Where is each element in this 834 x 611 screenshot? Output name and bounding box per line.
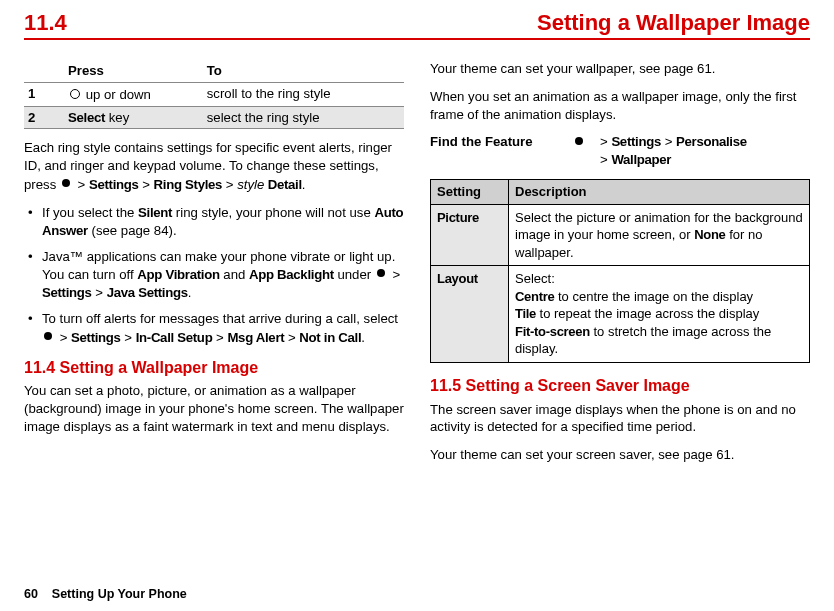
menu-app-vibration: App Vibration	[137, 267, 219, 282]
col-setting: Setting	[431, 180, 509, 205]
sep: >	[665, 134, 676, 149]
left-column: Press To 1 up or down scroll to the ring…	[24, 60, 404, 474]
paragraph: Your theme can set your screen saver, se…	[430, 446, 810, 464]
menu-not-in-call: Not in Call	[299, 330, 361, 345]
press-to-table: Press To 1 up or down scroll to the ring…	[24, 60, 404, 129]
row-num: 2	[28, 110, 35, 125]
nav-center-icon	[573, 135, 587, 149]
para-end: .	[302, 177, 306, 192]
style-word: style	[237, 177, 264, 192]
nav-center-icon	[42, 330, 56, 344]
text: and	[220, 267, 249, 282]
text: (see page 84).	[88, 223, 177, 238]
page: 11.4 Setting a Wallpaper Image Press To …	[0, 0, 834, 611]
section-number: 11.4	[24, 10, 67, 36]
menu-in-call-setup: In-Call Setup	[136, 330, 213, 345]
row-to: select the ring style	[203, 106, 404, 129]
paragraph: You can set a photo, picture, or animati…	[24, 382, 404, 435]
page-number: 60	[24, 587, 38, 601]
nav-center-icon	[60, 177, 74, 191]
sep: >	[139, 177, 154, 192]
ftf-icon-cell	[560, 133, 600, 152]
table-row: Layout Select: Centre to centre the imag…	[431, 266, 810, 363]
menu-wallpaper: Wallpaper	[611, 152, 671, 167]
menu-personalise: Personalise	[676, 134, 747, 149]
menu-tile: Tile	[515, 306, 536, 321]
col-blank	[24, 60, 64, 82]
subsection-title: 11.5 Setting a Screen Saver Image	[430, 375, 810, 397]
find-the-feature: Find the Feature > Settings > Personalis…	[430, 133, 810, 169]
sep: >	[389, 267, 400, 282]
subsection-title: 11.4 Setting a Wallpaper Image	[24, 357, 404, 379]
sep: >	[121, 330, 136, 345]
list-item: Java™ applications can make your phone v…	[24, 248, 404, 302]
list-item: If you select the Silent ring style, you…	[24, 204, 404, 240]
sep: >	[212, 330, 227, 345]
paragraph: Each ring style contains settings for sp…	[24, 139, 404, 193]
select-key-label: Select	[68, 110, 105, 125]
menu-none: None	[694, 227, 725, 242]
menu-settings: Settings	[89, 177, 139, 192]
nav-center-icon	[375, 267, 389, 281]
paragraph: Your theme can set your wallpaper, see p…	[430, 60, 810, 78]
desc-cell: Select: Centre to centre the image on th…	[509, 266, 810, 363]
text: to repeat the image across the display	[536, 306, 759, 321]
text: Select:	[515, 271, 555, 286]
table-row: 1 up or down scroll to the ring style	[24, 82, 404, 106]
setting-picture: Picture	[437, 210, 479, 225]
menu-settings: Settings	[71, 330, 121, 345]
menu-centre: Centre	[515, 289, 554, 304]
sep: >	[284, 330, 299, 345]
menu-detail: Detail	[264, 177, 301, 192]
paragraph: The screen saver image displays when the…	[430, 401, 810, 437]
desc-cell: Select the picture or animation for the …	[509, 204, 810, 266]
ftf-path: > Settings > Personalise > Wallpaper	[600, 133, 810, 169]
section-title: Setting a Wallpaper Image	[537, 10, 810, 36]
sep: >	[92, 285, 107, 300]
sep: >	[222, 177, 237, 192]
row-press-text: up or down	[86, 87, 151, 102]
col-press: Press	[64, 60, 203, 82]
menu-fit-to-screen: Fit-to-screen	[515, 324, 590, 339]
table-row: 2 Select key select the ring style	[24, 106, 404, 129]
text: under	[334, 267, 375, 282]
right-column: Your theme can set your wallpaper, see p…	[430, 60, 810, 474]
menu-app-backlight: App Backlight	[249, 267, 334, 282]
row-num: 1	[28, 86, 35, 101]
sep: >	[56, 330, 71, 345]
text: to centre the image on the display	[554, 289, 753, 304]
text: If you select the	[42, 205, 138, 220]
nav-updown-icon	[68, 87, 82, 101]
ftf-label: Find the Feature	[430, 133, 560, 151]
menu-settings: Settings	[42, 285, 92, 300]
col-description: Description	[509, 180, 810, 205]
menu-ring-styles: Ring Styles	[154, 177, 223, 192]
menu-silent: Silent	[138, 205, 172, 220]
row-to: scroll to the ring style	[203, 82, 404, 106]
col-to: To	[203, 60, 404, 82]
text: .	[361, 330, 365, 345]
row-press-suffix: key	[105, 110, 129, 125]
setting-layout: Layout	[437, 271, 478, 286]
sep: >	[600, 152, 611, 167]
paragraph: When you set an animation as a wallpaper…	[430, 88, 810, 124]
text: .	[188, 285, 192, 300]
sep: >	[74, 177, 89, 192]
menu-msg-alert: Msg Alert	[227, 330, 284, 345]
menu-settings: Settings	[611, 134, 661, 149]
row-press: Select key	[64, 106, 203, 129]
text: To turn off alerts for messages that arr…	[42, 311, 398, 326]
settings-table: Setting Description Picture Select the p…	[430, 179, 810, 363]
page-header: 11.4 Setting a Wallpaper Image	[24, 10, 810, 40]
text: ring style, your phone will not use	[172, 205, 374, 220]
table-row: Picture Select the picture or animation …	[431, 204, 810, 266]
menu-java-settings: Java Settings	[107, 285, 188, 300]
list-item: To turn off alerts for messages that arr…	[24, 310, 404, 347]
columns: Press To 1 up or down scroll to the ring…	[24, 60, 810, 474]
footer-text: Setting Up Your Phone	[52, 587, 187, 601]
bullet-list: If you select the Silent ring style, you…	[24, 204, 404, 347]
row-press: up or down	[64, 82, 203, 106]
sep: >	[600, 134, 611, 149]
page-footer: 60 Setting Up Your Phone	[24, 587, 187, 601]
